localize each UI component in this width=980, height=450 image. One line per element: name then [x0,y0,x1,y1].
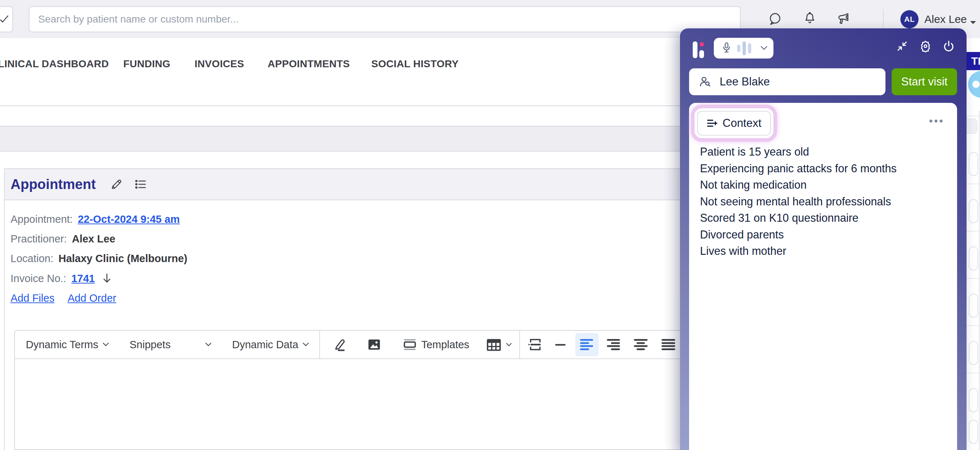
toolbar-separator [319,331,320,358]
help-bubble-icon[interactable] [968,71,980,98]
toolbar-separator [519,331,520,358]
side-card-header-fragment [965,119,977,134]
right-edge-fragments: TE [965,38,980,450]
heidi-logo-pink-dot [700,42,704,46]
select-check-button[interactable] [0,6,13,32]
patient-search-placeholder: Search by patient name or custom number.… [38,13,239,25]
chevron-down-icon [103,342,109,347]
context-note: Lives with mother [700,243,950,259]
context-highlight-ring: Context [691,105,777,142]
form-field-fragment [969,246,978,270]
form-field-fragment [969,199,978,223]
invoice-number-link[interactable]: 1741 [71,273,95,285]
insert-table-button[interactable] [485,336,512,353]
form-field-fragment [969,294,978,318]
settings-gear-icon[interactable] [919,40,932,52]
tab-social-history[interactable]: SOCIAL HISTORY [371,58,458,70]
audio-level-bars [737,41,751,55]
topbar-divider [883,10,884,29]
chevron-down-icon [302,342,309,347]
template-layout-icon [402,337,417,352]
dynamic-data-dropdown[interactable]: Dynamic Data [232,339,309,351]
add-order-link[interactable]: Add Order [68,292,116,304]
context-note: Not taking medication [700,177,950,193]
power-icon[interactable] [943,40,955,52]
more-options-icon[interactable] [929,119,943,122]
snippets-dropdown[interactable]: Snippets [129,339,212,351]
screen: Search by patient name or custom number.… [0,0,980,450]
context-button[interactable]: Context [697,111,771,135]
microphone-control[interactable] [714,38,773,59]
form-field-fragment [969,341,978,365]
insert-image-icon[interactable] [366,337,382,352]
tab-funding[interactable]: FUNDING [123,58,170,70]
align-center-button[interactable] [633,337,649,353]
notifications-bell-icon[interactable] [803,11,817,25]
start-visit-button[interactable]: Start visit [892,68,957,95]
check-icon [0,14,10,25]
heidi-patient-search[interactable]: Lee Blake [689,68,885,95]
cut-off-action-button[interactable]: TE [965,52,980,70]
context-note: Patient is 15 years old [700,143,950,160]
heidi-patient-name: Lee Blake [720,75,770,88]
edit-pencil-icon[interactable] [109,178,124,191]
user-name[interactable]: Alex Lee [924,13,967,25]
patient-search-input[interactable]: Search by patient name or custom number.… [29,6,741,32]
highlighter-icon[interactable] [330,337,346,353]
person-search-icon [698,75,712,88]
context-note: Experiencing panic attacks for 6 months [700,160,950,177]
tab-appointments[interactable]: APPOINTMENTS [268,58,350,70]
horizontal-rule-icon[interactable] [554,338,567,351]
chevron-down-icon [205,342,212,347]
heidi-context-card: Context Patient is 15 years old Experien… [689,103,957,450]
align-right-button[interactable] [605,337,621,353]
chevron-down-icon[interactable] [760,46,768,51]
page-break-icon[interactable] [527,337,543,353]
chevron-down-icon [506,343,512,347]
context-add-list-icon [706,118,718,129]
context-note: Not seeing mental health professionals [700,193,950,210]
messages-icon[interactable] [768,12,782,26]
align-justify-button[interactable] [660,337,676,353]
add-files-link[interactable]: Add Files [11,292,54,304]
templates-button[interactable]: Templates [402,337,469,352]
avatar[interactable]: AL [900,10,918,29]
form-field-fragment [969,152,978,176]
appointment-date-link[interactable]: 22-Oct-2024 9:45 am [78,213,180,225]
detail-list-icon[interactable] [134,178,148,191]
announcements-megaphone-icon[interactable] [836,12,850,26]
context-note: Divorced parents [700,226,950,243]
tab-invoices[interactable]: INVOICES [194,58,244,70]
user-menu-caret-icon[interactable] [969,21,977,25]
heidi-logo [693,41,705,58]
dynamic-terms-dropdown[interactable]: Dynamic Terms [26,339,109,351]
form-field-fragment [969,420,978,444]
align-left-button[interactable] [575,333,598,356]
heidi-assistant-panel: Lee Blake Start visit Context Patient is… [680,29,967,450]
collapse-panel-icon[interactable] [896,40,908,52]
appointment-title: Appointment [11,177,95,192]
context-note: Scored 31 on K10 questionnaire [700,210,950,226]
form-field-fragment [969,388,978,412]
microphone-icon [721,41,732,56]
context-notes-list[interactable]: Patient is 15 years old Experiencing pan… [700,143,950,259]
tab-clinical-dashboard[interactable]: CLINICAL DASHBOARD [0,58,109,70]
download-invoice-arrow-icon[interactable] [102,272,112,285]
